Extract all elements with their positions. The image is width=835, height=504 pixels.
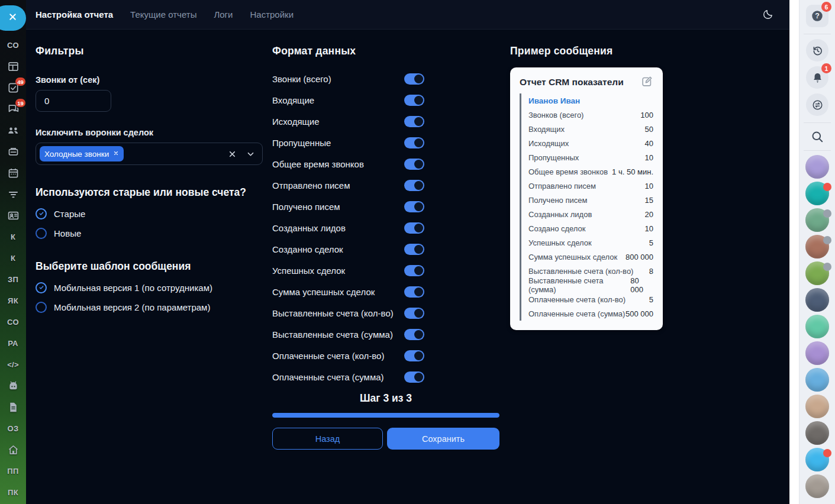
avatar-badge — [823, 209, 831, 218]
toggle-knob — [414, 224, 423, 232]
report-row: Пропущенных 10 — [528, 150, 653, 164]
tool-button[interactable] — [806, 39, 828, 62]
format-row: Выставленные счета (сумма) — [272, 324, 499, 345]
panel-gap — [789, 0, 799, 504]
sidebar-item[interactable]: ОЗ — [0, 418, 26, 439]
robot-icon — [7, 380, 20, 392]
sidebar-item[interactable] — [0, 141, 26, 162]
chat-avatar[interactable] — [805, 155, 829, 179]
toggle-switch[interactable] — [404, 137, 424, 148]
toggle-knob — [414, 181, 423, 190]
toggle-switch[interactable] — [404, 180, 424, 191]
employee-name: Иванов Иван — [528, 93, 653, 108]
sidebar-item[interactable] — [0, 162, 26, 183]
nav-tab[interactable]: Настройки — [250, 9, 294, 20]
chat-avatar[interactable] — [805, 474, 829, 498]
toggle-switch[interactable] — [404, 116, 424, 127]
radio-circle — [36, 228, 47, 239]
sidebar-item[interactable] — [0, 375, 26, 396]
calls-from-input[interactable] — [36, 90, 111, 112]
step-indicator: Шаг 3 из 3 — [272, 392, 499, 405]
sidebar-item[interactable]: 49 — [0, 77, 26, 98]
account-type-radio[interactable]: Новые — [36, 227, 272, 239]
sidebar-item[interactable]: К — [0, 247, 26, 269]
radio-circle — [36, 208, 47, 219]
sidebar-item[interactable]: РА — [0, 332, 26, 354]
sidebar-item[interactable] — [0, 205, 26, 226]
save-button[interactable]: Сохранить — [387, 428, 499, 450]
moon-icon — [762, 12, 774, 22]
chat-avatar[interactable] — [805, 341, 829, 365]
chat-avatar[interactable] — [805, 288, 829, 312]
toggle-switch[interactable] — [404, 350, 424, 361]
sidebar-item[interactable] — [0, 56, 26, 77]
chevron-down-icon[interactable] — [246, 150, 255, 159]
chat-avatar[interactable] — [805, 395, 829, 418]
toggle-switch[interactable] — [404, 265, 424, 276]
toggle-switch[interactable] — [404, 95, 424, 106]
chat-avatar[interactable] — [805, 421, 829, 445]
sidebar-item[interactable]: </> — [0, 354, 26, 375]
chat-avatar[interactable] — [805, 182, 829, 205]
toggle-switch[interactable] — [404, 286, 424, 298]
preview-title: Пример сообщения — [510, 45, 663, 57]
right-sidebar: ? 6 1 — [799, 0, 835, 504]
toggle-switch[interactable] — [404, 73, 424, 85]
sidebar-item[interactable]: К — [0, 226, 26, 247]
nav-tab[interactable]: Текущие отчеты — [130, 9, 196, 20]
format-row: Получено писем — [272, 196, 499, 217]
home-icon — [7, 444, 20, 456]
divider — [804, 150, 831, 151]
toggle-knob — [414, 202, 423, 211]
message-template-radio[interactable]: Мобильная версия 1 (по сотрудникам) — [36, 282, 272, 293]
funnel-tag[interactable]: Холодные звонки — [40, 146, 124, 161]
chat-avatar[interactable] — [805, 315, 829, 338]
sidebar-item[interactable]: ЗП — [0, 269, 26, 290]
toggle-switch[interactable] — [404, 244, 424, 255]
edit-button[interactable] — [640, 75, 653, 88]
tool-button[interactable]: 1 — [806, 66, 828, 89]
format-row: Оплаченные счета (сумма) — [272, 366, 499, 387]
chat-avatar[interactable] — [805, 235, 829, 259]
sidebar-item[interactable] — [0, 439, 26, 460]
clear-icon[interactable] — [228, 150, 237, 159]
sidebar-item[interactable]: ПП — [0, 460, 26, 482]
chat-avatar[interactable] — [805, 448, 829, 471]
format-row: Входящие — [272, 89, 499, 111]
tag-remove-icon[interactable] — [113, 150, 119, 157]
filters-section: Фильтры Звонки от (сек) Исключить воронк… — [36, 30, 272, 313]
tool-button[interactable] — [806, 93, 828, 116]
message-template-radio[interactable]: Мобильная версия 2 (по параметрам) — [36, 301, 272, 313]
toggle-switch[interactable] — [404, 201, 424, 212]
sidebar-item[interactable] — [0, 119, 26, 141]
close-icon — [8, 12, 18, 24]
sidebar-item[interactable]: СО — [0, 311, 26, 332]
toggle-switch[interactable] — [404, 329, 424, 340]
sidebar-item[interactable]: ПК — [0, 482, 26, 503]
forum-icon — [811, 99, 824, 111]
sidebar-item[interactable]: ЯК — [0, 290, 26, 311]
chat-avatar[interactable] — [805, 261, 829, 285]
back-button[interactable]: Назад — [272, 428, 383, 450]
toggle-switch[interactable] — [404, 308, 424, 319]
chat-avatar[interactable] — [805, 368, 829, 392]
toggle-switch[interactable] — [404, 222, 424, 234]
sidebar-item[interactable]: 19 — [0, 98, 26, 119]
sidebar-item[interactable] — [0, 183, 26, 205]
toggle-knob — [414, 330, 423, 339]
format-row: Исходящие — [272, 111, 499, 132]
toggle-switch[interactable] — [404, 371, 424, 383]
exclude-funnels-select[interactable]: Холодные звонки — [36, 143, 263, 165]
help-button[interactable]: ? 6 — [806, 5, 828, 27]
search-button[interactable] — [810, 130, 824, 144]
close-button[interactable] — [0, 5, 26, 31]
nav-tab[interactable]: Логи — [214, 9, 233, 20]
sidebar-item[interactable]: СО — [0, 34, 26, 56]
unread-badge: 49 — [15, 77, 25, 86]
toggle-switch[interactable] — [404, 159, 424, 170]
theme-toggle-button[interactable] — [762, 8, 775, 21]
nav-tab[interactable]: Настройка отчета — [36, 9, 113, 20]
account-type-radio[interactable]: Старые — [36, 208, 272, 219]
chat-avatar[interactable] — [805, 208, 829, 232]
sidebar-item[interactable] — [0, 396, 26, 418]
